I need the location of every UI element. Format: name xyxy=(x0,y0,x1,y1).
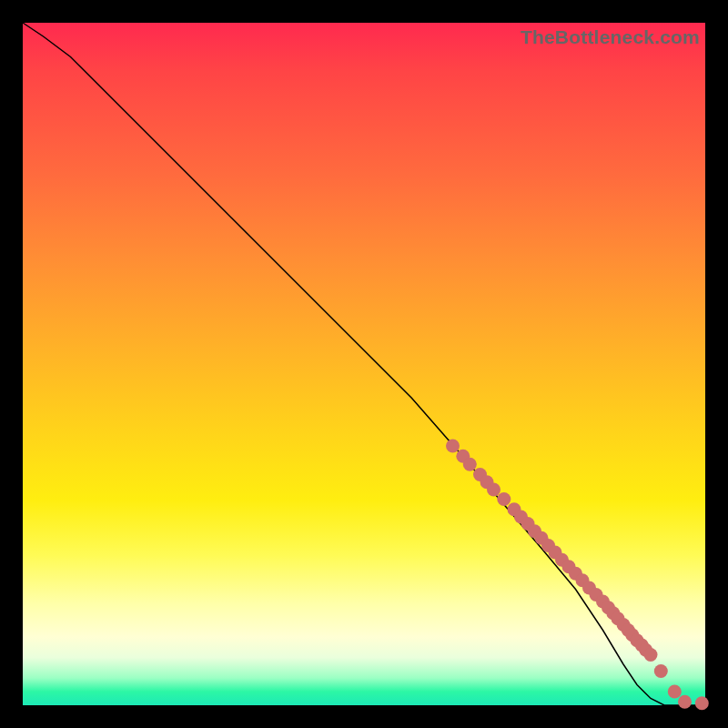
chart-svg xyxy=(23,23,705,705)
plot-area: TheBottleneck.com xyxy=(23,23,705,705)
chart-frame: TheBottleneck.com xyxy=(0,0,728,728)
data-point xyxy=(644,648,658,662)
data-point xyxy=(446,440,460,453)
data-point xyxy=(487,483,500,497)
data-point xyxy=(668,685,682,699)
data-point xyxy=(654,664,668,678)
data-point xyxy=(678,695,692,709)
data-point xyxy=(497,492,511,506)
data-point xyxy=(695,696,709,710)
scatter-dots xyxy=(446,440,709,711)
data-point xyxy=(463,458,477,471)
